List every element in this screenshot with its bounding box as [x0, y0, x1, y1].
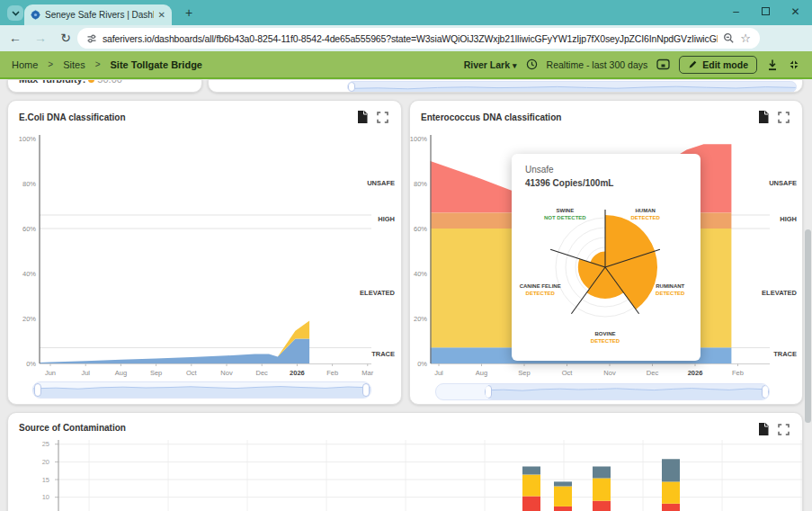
svg-text:Feb: Feb	[326, 369, 338, 377]
browser-toolbar: ← → ↻ saferivers.io/dashboards/all/fb6b4…	[0, 25, 812, 51]
ecoli-range-selector[interactable]	[32, 381, 371, 399]
svg-text:ELEVATED: ELEVATED	[762, 289, 797, 297]
source-of-contamination-panel: Source of Contamination 25201510	[7, 412, 803, 511]
time-range-label[interactable]: Realtime - last 300 days	[547, 59, 648, 70]
svg-text:100%: 100%	[19, 135, 37, 143]
url-text[interactable]: saferivers.io/dashboards/all/fb6b43a0-82…	[103, 33, 718, 44]
svg-text:25: 25	[42, 440, 49, 448]
svg-text:80%: 80%	[22, 180, 36, 188]
bookmark-star-icon[interactable]: ☆	[740, 28, 751, 49]
source-stacked-bar-chart[interactable]: 25201510	[8, 413, 804, 511]
ecoli-area-chart[interactable]: 100%80%60%40%20%0%JunJulAugSepOctNovDec2…	[8, 101, 403, 406]
reload-button[interactable]: ↻	[58, 25, 74, 51]
breadcrumb-separator: >	[95, 59, 101, 69]
download-icon[interactable]	[766, 58, 779, 71]
svg-text:RUMINANT: RUMINANT	[656, 283, 684, 289]
image-icon[interactable]	[656, 58, 670, 70]
svg-text:UNSAFE: UNSAFE	[367, 179, 395, 187]
address-bar[interactable]: saferivers.io/dashboards/all/fb6b43a0-82…	[77, 28, 760, 49]
svg-text:BOVINE: BOVINE	[594, 331, 615, 336]
range-handle-left[interactable]	[348, 82, 355, 92]
svg-text:10: 10	[42, 493, 49, 501]
maximize-button[interactable]	[751, 0, 781, 25]
svg-text:60%: 60%	[414, 225, 427, 233]
svg-text:Nov: Nov	[603, 369, 616, 377]
dashboard-content: Max Turbidity:50.00 E.Coli DNA classific…	[0, 79, 812, 511]
fit-screen-icon[interactable]	[788, 58, 800, 71]
range-sparkline	[485, 384, 767, 399]
svg-text:80%: 80%	[414, 180, 427, 188]
svg-text:CANINE FELINE: CANINE FELINE	[520, 283, 561, 289]
new-tab-button[interactable]: +	[181, 4, 197, 21]
svg-text:TRACE: TRACE	[773, 350, 797, 358]
tab-title: Seneye Safe Rivers | Dashboard	[45, 10, 154, 20]
svg-text:20: 20	[42, 458, 49, 466]
chart-tooltip: Unsafe 41396 Copies/100mL SWINENOT DETEC…	[512, 154, 700, 361]
forward-button[interactable]: →	[32, 25, 49, 51]
back-button[interactable]: ←	[7, 25, 23, 51]
app-navbar: Home > Sites > Site Tollgate Bridge Rive…	[0, 51, 812, 79]
svg-text:Jul: Jul	[434, 369, 443, 377]
clock-icon	[526, 58, 538, 70]
svg-text:20%: 20%	[414, 315, 427, 323]
site-info-icon[interactable]	[86, 33, 97, 44]
svg-text:Sep: Sep	[150, 369, 162, 377]
close-button[interactable]: ✕	[781, 0, 810, 25]
browser-window: Seneye Safe Rivers | Dashboard ✕ + – ✕ ←…	[0, 0, 812, 511]
svg-text:NOT DETECTED: NOT DETECTED	[544, 215, 586, 220]
svg-text:Aug: Aug	[115, 369, 127, 377]
svg-text:DETECTED: DETECTED	[630, 215, 660, 220]
svg-text:SWINE: SWINE	[556, 208, 574, 213]
svg-text:Mar: Mar	[361, 369, 373, 377]
top-range-card	[208, 79, 803, 93]
max-turbidity-label: Max Turbidity:	[19, 79, 85, 85]
svg-text:0%: 0%	[26, 360, 36, 368]
range-handle-right[interactable]	[362, 383, 370, 397]
edit-mode-button[interactable]: Edit mode	[679, 56, 757, 74]
enterococcus-panel: Enterococcus DNA classification 100%80%6…	[409, 100, 803, 405]
minimize-button[interactable]: –	[721, 0, 751, 25]
mini-range-selector[interactable]	[347, 81, 797, 93]
site-selector-dropdown[interactable]: River Lark▾	[464, 59, 517, 70]
svg-text:Oct: Oct	[186, 369, 198, 377]
zoom-icon[interactable]	[723, 32, 735, 44]
breadcrumb-sites[interactable]: Sites	[63, 59, 85, 70]
svg-text:Sep: Sep	[518, 369, 530, 377]
svg-text:DETECTED: DETECTED	[656, 291, 685, 296]
svg-text:Feb: Feb	[732, 369, 744, 377]
browser-tab[interactable]: Seneye Safe Rivers | Dashboard ✕	[24, 4, 172, 25]
source-radar-chart: SWINENOT DETECTEDHUMANDETECTEDRUMINANTDE…	[512, 192, 700, 355]
svg-text:0%: 0%	[417, 360, 427, 368]
svg-text:60%: 60%	[22, 225, 36, 233]
svg-text:Jul: Jul	[81, 369, 90, 377]
window-controls: – ✕	[721, 0, 810, 25]
caret-down-icon: ▾	[513, 61, 517, 70]
range-handle-right[interactable]	[762, 385, 769, 399]
tab-close-icon[interactable]: ✕	[158, 10, 165, 20]
svg-text:20%: 20%	[22, 315, 36, 323]
favicon-icon	[31, 10, 40, 20]
svg-text:40%: 40%	[22, 270, 36, 278]
maximize-icon	[762, 7, 770, 15]
range-handle-left[interactable]	[34, 383, 41, 397]
svg-text:Dec: Dec	[256, 369, 269, 377]
range-handle-left[interactable]	[485, 385, 492, 399]
svg-text:DETECTED: DETECTED	[591, 338, 620, 344]
svg-text:HIGH: HIGH	[780, 215, 797, 223]
tooltip-value: 41396 Copies/100mL	[525, 178, 687, 188]
svg-text:100%: 100%	[410, 135, 427, 143]
svg-text:2026: 2026	[290, 369, 305, 377]
range-sparkline	[33, 382, 370, 398]
tooltip-level: Unsafe	[525, 165, 687, 175]
svg-text:2026: 2026	[688, 369, 703, 377]
chevron-down-icon	[12, 11, 20, 16]
breadcrumb-home[interactable]: Home	[12, 59, 38, 70]
tab-search-button[interactable]	[7, 5, 23, 21]
enterococcus-range-selector[interactable]	[435, 383, 770, 400]
scrollbar-thumb[interactable]	[805, 229, 811, 423]
svg-text:Oct: Oct	[562, 369, 574, 377]
max-turbidity-text: Max Turbidity:50.00	[19, 79, 122, 85]
max-turbidity-value: 50.00	[97, 79, 122, 85]
svg-text:DETECTED: DETECTED	[526, 291, 556, 296]
svg-text:40%: 40%	[414, 270, 427, 278]
